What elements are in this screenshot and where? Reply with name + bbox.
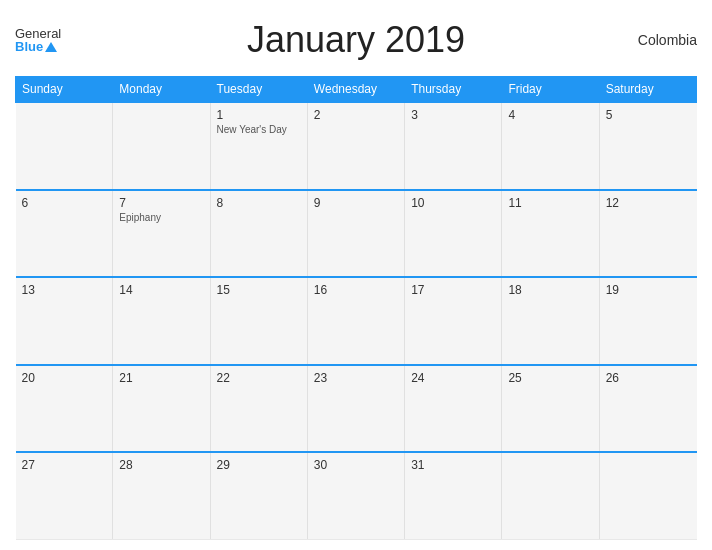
- calendar-cell: 16: [307, 277, 404, 365]
- weekday-header-row: SundayMondayTuesdayWednesdayThursdayFrid…: [16, 77, 697, 103]
- day-number: 27: [22, 458, 107, 472]
- logo-triangle-icon: [45, 42, 57, 52]
- calendar-cell: 31: [405, 452, 502, 540]
- calendar-cell: [502, 452, 599, 540]
- calendar-cell: 8: [210, 190, 307, 278]
- day-number: 8: [217, 196, 301, 210]
- day-number: 13: [22, 283, 107, 297]
- day-number: 12: [606, 196, 691, 210]
- week-row-3: 13141516171819: [16, 277, 697, 365]
- day-number: 20: [22, 371, 107, 385]
- week-row-2: 67Epiphany89101112: [16, 190, 697, 278]
- day-number: 7: [119, 196, 203, 210]
- logo: General Blue: [15, 27, 61, 53]
- day-number: 31: [411, 458, 495, 472]
- logo-blue-text: Blue: [15, 40, 43, 53]
- month-title: January 2019: [247, 19, 465, 61]
- calendar-cell: 3: [405, 102, 502, 190]
- weekday-header-friday: Friday: [502, 77, 599, 103]
- calendar-cell: 27: [16, 452, 113, 540]
- day-number: 9: [314, 196, 398, 210]
- day-number: 19: [606, 283, 691, 297]
- calendar-cell: 1New Year's Day: [210, 102, 307, 190]
- calendar-cell: 29: [210, 452, 307, 540]
- calendar-cell: 10: [405, 190, 502, 278]
- calendar-cell: 2: [307, 102, 404, 190]
- day-number: 2: [314, 108, 398, 122]
- calendar-cell: 4: [502, 102, 599, 190]
- day-number: 10: [411, 196, 495, 210]
- calendar-cell: 24: [405, 365, 502, 453]
- calendar-cell: 7Epiphany: [113, 190, 210, 278]
- day-number: 23: [314, 371, 398, 385]
- weekday-header-sunday: Sunday: [16, 77, 113, 103]
- calendar-cell: 14: [113, 277, 210, 365]
- calendar-cell: 11: [502, 190, 599, 278]
- calendar-cell: 20: [16, 365, 113, 453]
- week-row-5: 2728293031: [16, 452, 697, 540]
- weekday-header-tuesday: Tuesday: [210, 77, 307, 103]
- calendar-cell: 17: [405, 277, 502, 365]
- calendar-cell: 15: [210, 277, 307, 365]
- calendar-cell: 23: [307, 365, 404, 453]
- calendar-cell: 18: [502, 277, 599, 365]
- day-number: 25: [508, 371, 592, 385]
- calendar-cell: [16, 102, 113, 190]
- day-number: 14: [119, 283, 203, 297]
- day-number: 21: [119, 371, 203, 385]
- day-number: 22: [217, 371, 301, 385]
- calendar-table: SundayMondayTuesdayWednesdayThursdayFrid…: [15, 76, 697, 540]
- day-number: 6: [22, 196, 107, 210]
- day-number: 29: [217, 458, 301, 472]
- calendar-cell: 9: [307, 190, 404, 278]
- weekday-header-monday: Monday: [113, 77, 210, 103]
- day-number: 30: [314, 458, 398, 472]
- day-number: 17: [411, 283, 495, 297]
- day-number: 28: [119, 458, 203, 472]
- day-number: 11: [508, 196, 592, 210]
- calendar-cell: 22: [210, 365, 307, 453]
- calendar-cell: 26: [599, 365, 696, 453]
- day-number: 3: [411, 108, 495, 122]
- day-number: 1: [217, 108, 301, 122]
- calendar-cell: 13: [16, 277, 113, 365]
- weekday-header-wednesday: Wednesday: [307, 77, 404, 103]
- day-number: 5: [606, 108, 691, 122]
- holiday-name: New Year's Day: [217, 124, 301, 135]
- country-label: Colombia: [638, 32, 697, 48]
- calendar-cell: [599, 452, 696, 540]
- weekday-header-saturday: Saturday: [599, 77, 696, 103]
- day-number: 15: [217, 283, 301, 297]
- day-number: 4: [508, 108, 592, 122]
- calendar-cell: 6: [16, 190, 113, 278]
- holiday-name: Epiphany: [119, 212, 203, 223]
- day-number: 18: [508, 283, 592, 297]
- calendar-cell: 19: [599, 277, 696, 365]
- calendar-cell: 21: [113, 365, 210, 453]
- calendar-cell: 30: [307, 452, 404, 540]
- day-number: 26: [606, 371, 691, 385]
- week-row-4: 20212223242526: [16, 365, 697, 453]
- calendar-header: General Blue January 2019 Colombia: [15, 10, 697, 70]
- calendar-wrapper: General Blue January 2019 Colombia Sunda…: [0, 0, 712, 550]
- calendar-cell: 28: [113, 452, 210, 540]
- calendar-cell: [113, 102, 210, 190]
- calendar-cell: 5: [599, 102, 696, 190]
- calendar-cell: 12: [599, 190, 696, 278]
- weekday-header-thursday: Thursday: [405, 77, 502, 103]
- day-number: 16: [314, 283, 398, 297]
- calendar-cell: 25: [502, 365, 599, 453]
- day-number: 24: [411, 371, 495, 385]
- week-row-1: 1New Year's Day2345: [16, 102, 697, 190]
